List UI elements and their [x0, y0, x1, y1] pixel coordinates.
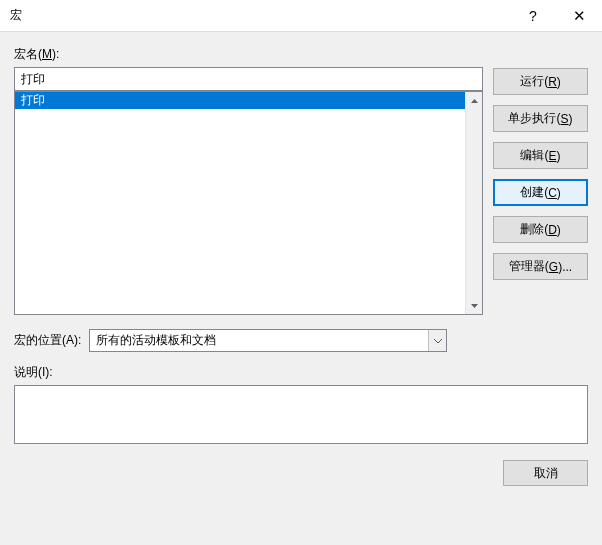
edit-button[interactable]: 编辑(E) — [493, 142, 588, 169]
macro-name-input[interactable] — [14, 67, 483, 91]
dialog-body: 宏名(M): 打印 运行(R) — [0, 32, 602, 545]
scroll-down-icon[interactable] — [466, 297, 482, 314]
macro-name-label: 宏名(M): — [14, 46, 483, 63]
left-column: 宏名(M): 打印 — [14, 46, 483, 315]
macro-list-item[interactable]: 打印 — [15, 92, 465, 109]
description-label: 说明(I): — [14, 364, 588, 381]
description-box[interactable] — [14, 385, 588, 444]
create-button[interactable]: 创建(C) — [493, 179, 588, 206]
scrollbar[interactable] — [465, 92, 482, 314]
close-button[interactable]: ✕ — [556, 0, 602, 32]
location-row: 宏的位置(A): 所有的活动模板和文档 — [14, 329, 588, 352]
window-title: 宏 — [10, 7, 510, 24]
scroll-up-icon[interactable] — [466, 92, 482, 109]
step-into-button[interactable]: 单步执行(S) — [493, 105, 588, 132]
location-value: 所有的活动模板和文档 — [96, 332, 216, 349]
right-column: 运行(R) 单步执行(S) 编辑(E) 创建(C) 删除(D) 管理器(G)..… — [493, 46, 588, 315]
delete-button[interactable]: 删除(D) — [493, 216, 588, 243]
location-select[interactable]: 所有的活动模板和文档 — [89, 329, 447, 352]
top-section: 宏名(M): 打印 运行(R) — [14, 46, 588, 315]
titlebar: 宏 ? ✕ — [0, 0, 602, 32]
macro-list-inner: 打印 — [15, 92, 465, 314]
organizer-button[interactable]: 管理器(G)... — [493, 253, 588, 280]
location-select-box[interactable]: 所有的活动模板和文档 — [89, 329, 447, 352]
cancel-button[interactable]: 取消 — [503, 460, 588, 486]
run-button[interactable]: 运行(R) — [493, 68, 588, 95]
chevron-down-icon[interactable] — [428, 330, 446, 351]
location-label: 宏的位置(A): — [14, 332, 81, 349]
macro-list[interactable]: 打印 — [14, 91, 483, 315]
bottom-row: 取消 — [14, 460, 588, 486]
help-button[interactable]: ? — [510, 0, 556, 32]
scroll-track[interactable] — [466, 109, 482, 297]
